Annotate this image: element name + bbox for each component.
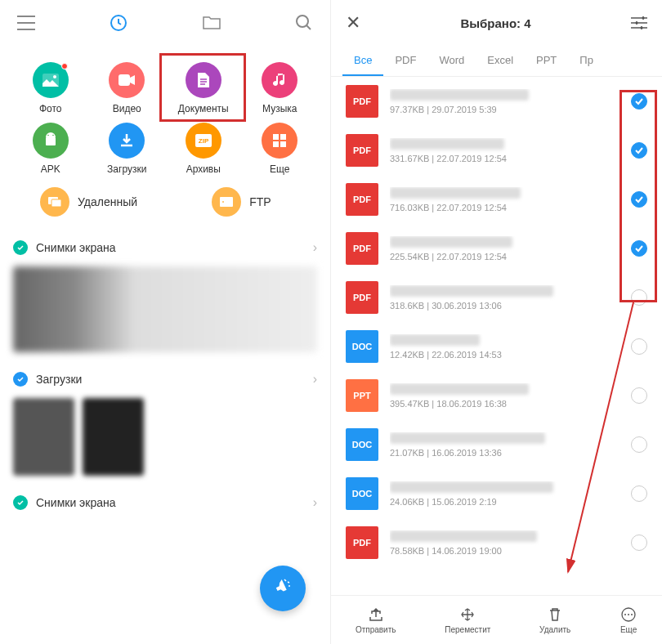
tab-excel[interactable]: Excel	[476, 46, 525, 76]
category-grid[interactable]: Еще	[242, 123, 319, 175]
thumbnail-strip[interactable]	[13, 398, 317, 476]
action-more[interactable]: Еще	[620, 606, 637, 634]
thumbnail-strip[interactable]	[13, 266, 317, 352]
zip-icon: ZIP	[186, 123, 221, 159]
file-type-badge: DOC	[346, 477, 378, 510]
file-meta: 395.47KB | 18.06.2019 16:38	[390, 399, 631, 409]
file-row[interactable]: PDF 331.67KB | 22.07.2019 12:54	[331, 126, 662, 175]
file-checkbox[interactable]	[631, 387, 647, 404]
file-checkbox[interactable]	[631, 191, 647, 208]
file-name-blurred	[390, 481, 553, 493]
file-meta: 78.58KB | 14.06.2019 19:00	[390, 546, 631, 556]
svg-point-23	[624, 614, 626, 615]
file-meta: 12.42KB | 22.06.2019 14:53	[390, 350, 631, 360]
remote-remote[interactable]: Удаленный	[12, 187, 165, 217]
section-badge-icon	[13, 240, 28, 255]
tab-ppt[interactable]: PPT	[525, 46, 568, 76]
file-checkbox[interactable]	[631, 338, 647, 355]
file-info: 318.6KB | 30.06.2019 13:06	[390, 285, 631, 311]
action-label: Удалить	[539, 625, 570, 634]
file-info: 716.03KB | 22.07.2019 12:54	[390, 187, 631, 212]
file-checkbox[interactable]	[631, 142, 647, 159]
tab-word[interactable]: Word	[427, 46, 476, 76]
svg-point-20	[641, 27, 643, 29]
file-meta: 318.6KB | 30.06.2019 13:06	[390, 301, 631, 311]
svg-point-18	[642, 17, 645, 20]
ftp-icon	[212, 187, 241, 217]
section-title: Снимки экрана	[36, 241, 313, 254]
remote-row: УдаленныйFTP	[0, 183, 330, 229]
section-title: Снимки экрана	[36, 496, 313, 509]
file-row[interactable]: PPT 395.47KB | 18.06.2019 16:38	[331, 371, 662, 420]
file-checkbox[interactable]	[631, 93, 647, 110]
file-row[interactable]: DOC 21.07KB | 16.06.2019 13:36	[331, 420, 662, 469]
svg-rect-12	[273, 141, 279, 147]
category-music[interactable]: Музыка	[242, 62, 319, 114]
clean-fab[interactable]	[260, 566, 306, 611]
remote-label: FTP	[249, 195, 271, 208]
file-checkbox[interactable]	[631, 436, 647, 453]
music-icon	[262, 62, 297, 98]
category-label: APK	[41, 163, 60, 175]
file-checkbox[interactable]	[631, 534, 647, 551]
svg-point-1	[297, 16, 308, 27]
file-meta: 97.37KB | 29.07.2019 5:39	[390, 105, 631, 114]
top-bar	[0, 0, 330, 46]
more-icon	[620, 606, 637, 624]
action-trash[interactable]: Удалить	[539, 606, 570, 634]
file-type-badge: DOC	[346, 428, 378, 461]
trash-icon	[546, 606, 564, 624]
file-meta: 225.54KB | 22.07.2019 12:54	[390, 252, 631, 262]
action-share[interactable]: Отправить	[356, 606, 396, 634]
svg-point-17	[222, 201, 224, 203]
category-video[interactable]: Видео	[89, 62, 166, 114]
file-row[interactable]: PDF 716.03KB | 22.07.2019 12:54	[331, 175, 662, 224]
section-header[interactable]: Загрузки›	[0, 360, 330, 398]
file-row[interactable]: PDF 225.54KB | 22.07.2019 12:54	[331, 224, 662, 273]
file-type-badge: PDF	[346, 85, 378, 118]
action-label: Еще	[620, 625, 637, 634]
file-row[interactable]: DOC 12.42KB | 22.06.2019 14:53	[331, 322, 662, 371]
category-android[interactable]: APK	[12, 123, 89, 175]
action-move[interactable]: Переместит	[445, 606, 490, 634]
category-doc[interactable]: Документы	[165, 62, 242, 114]
file-checkbox[interactable]	[631, 289, 647, 306]
section-header[interactable]: Снимки экрана›	[0, 229, 330, 266]
file-row[interactable]: PDF 97.37KB | 29.07.2019 5:39	[331, 77, 662, 126]
category-zip[interactable]: ZIPАрхивы	[165, 123, 242, 175]
section-header[interactable]: Снимки экрана›	[0, 484, 330, 521]
svg-rect-4	[119, 74, 130, 86]
file-row[interactable]: DOC 24.06KB | 15.06.2019 2:19	[331, 469, 662, 518]
tab-пр[interactable]: Пр	[568, 46, 605, 76]
section-badge-icon	[13, 495, 28, 510]
chevron-right-icon: ›	[313, 240, 317, 255]
file-checkbox[interactable]	[631, 485, 647, 502]
svg-rect-15	[51, 199, 61, 207]
close-icon[interactable]: ✕	[346, 12, 360, 34]
remote-label: Удаленный	[78, 195, 137, 208]
section-title: Загрузки	[36, 373, 313, 386]
file-name-blurred	[390, 89, 529, 101]
search-icon[interactable]	[294, 13, 314, 33]
file-row[interactable]: PDF 78.58KB | 14.06.2019 19:00	[331, 518, 662, 562]
menu-icon[interactable]	[16, 13, 36, 33]
svg-rect-13	[280, 141, 286, 147]
recent-icon[interactable]	[109, 13, 128, 33]
file-meta: 716.03KB | 22.07.2019 12:54	[390, 203, 631, 212]
file-row[interactable]: PDF 318.6KB | 30.06.2019 13:06	[331, 273, 662, 322]
remote-ftp[interactable]: FTP	[165, 187, 318, 217]
android-icon	[33, 123, 69, 159]
file-info: 24.06KB | 15.06.2019 2:19	[390, 481, 631, 507]
category-image[interactable]: Фото	[12, 62, 89, 114]
bottom-action-bar: ОтправитьПереместитУдалитьЕще	[331, 595, 662, 644]
folder-icon[interactable]	[202, 13, 221, 33]
category-download[interactable]: Загрузки	[89, 123, 166, 175]
file-meta: 24.06KB | 15.06.2019 2:19	[390, 497, 631, 507]
svg-point-6	[47, 135, 49, 136]
file-checkbox[interactable]	[631, 240, 647, 257]
file-info: 97.37KB | 29.07.2019 5:39	[390, 89, 631, 114]
filter-icon[interactable]	[631, 16, 647, 30]
tab-pdf[interactable]: PDF	[383, 46, 427, 76]
tab-все[interactable]: Все	[342, 46, 383, 76]
file-list[interactable]: PDF 97.37KB | 29.07.2019 5:39 PDF 331.67…	[331, 77, 662, 562]
